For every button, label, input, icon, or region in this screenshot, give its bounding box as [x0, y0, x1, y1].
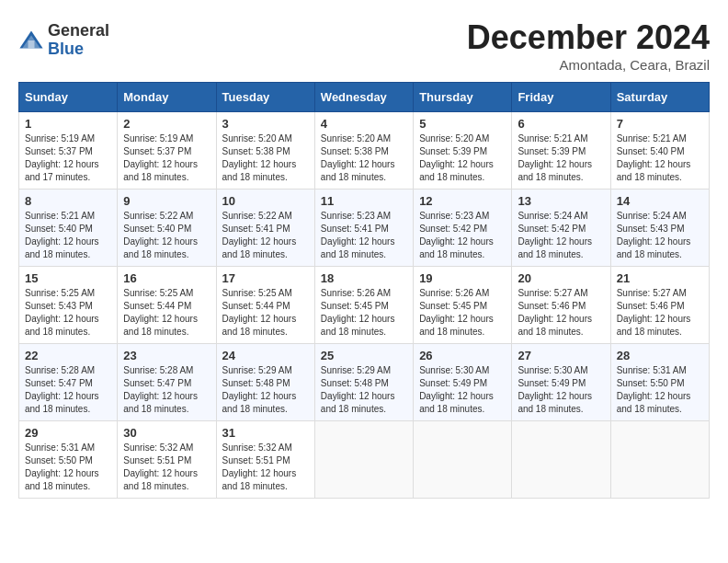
day-info: Sunrise: 5:24 AMSunset: 5:42 PMDaylight:…	[518, 211, 592, 259]
day-info: Sunrise: 5:26 AMSunset: 5:45 PMDaylight:…	[321, 288, 395, 337]
day-cell: 24 Sunrise: 5:29 AMSunset: 5:48 PMDaylig…	[216, 344, 314, 421]
header-saturday: Saturday	[610, 83, 709, 112]
logo-general-text: General	[48, 22, 109, 40]
day-info: Sunrise: 5:28 AMSunset: 5:47 PMDaylight:…	[25, 365, 99, 414]
day-info: Sunrise: 5:21 AMSunset: 5:40 PMDaylight:…	[25, 211, 99, 259]
logo-blue-text: Blue	[48, 40, 109, 59]
day-number: 11	[321, 194, 407, 208]
day-cell	[512, 421, 610, 499]
day-number: 16	[123, 271, 210, 285]
day-cell: 19 Sunrise: 5:26 AMSunset: 5:45 PMDaylig…	[414, 267, 512, 344]
day-cell: 9 Sunrise: 5:22 AMSunset: 5:40 PMDayligh…	[118, 190, 216, 267]
day-cell: 30 Sunrise: 5:32 AMSunset: 5:51 PMDaylig…	[118, 421, 216, 499]
day-cell: 29 Sunrise: 5:31 AMSunset: 5:50 PMDaylig…	[19, 421, 118, 499]
day-number: 30	[123, 426, 210, 440]
header-row: SundayMondayTuesdayWednesdayThursdayFrid…	[19, 83, 710, 112]
day-info: Sunrise: 5:27 AMSunset: 5:46 PMDaylight:…	[617, 288, 691, 337]
day-number: 5	[419, 117, 506, 131]
day-cell: 12 Sunrise: 5:23 AMSunset: 5:42 PMDaylig…	[414, 190, 512, 267]
week-row-1: 1 Sunrise: 5:19 AMSunset: 5:37 PMDayligh…	[19, 112, 710, 190]
day-cell: 4 Sunrise: 5:20 AMSunset: 5:38 PMDayligh…	[314, 112, 413, 190]
day-number: 4	[321, 117, 407, 131]
day-number: 2	[123, 117, 210, 131]
day-cell: 22 Sunrise: 5:28 AMSunset: 5:47 PMDaylig…	[19, 344, 118, 421]
day-info: Sunrise: 5:30 AMSunset: 5:49 PMDaylight:…	[419, 365, 494, 414]
day-number: 9	[123, 194, 210, 208]
day-cell: 20 Sunrise: 5:27 AMSunset: 5:46 PMDaylig…	[512, 267, 610, 344]
day-number: 15	[25, 271, 111, 285]
day-number: 8	[25, 194, 111, 208]
header-wednesday: Wednesday	[314, 83, 413, 112]
day-cell	[610, 421, 709, 499]
page-header: General Blue December 2024 Amontada, Cea…	[18, 18, 710, 73]
day-cell: 16 Sunrise: 5:25 AMSunset: 5:44 PMDaylig…	[118, 267, 216, 344]
week-row-2: 8 Sunrise: 5:21 AMSunset: 5:40 PMDayligh…	[19, 190, 710, 267]
day-number: 7	[617, 117, 703, 131]
title-section: December 2024 Amontada, Ceara, Brazil	[467, 18, 710, 73]
day-info: Sunrise: 5:20 AMSunset: 5:38 PMDaylight:…	[222, 133, 297, 182]
day-number: 3	[222, 117, 309, 131]
day-number: 22	[25, 349, 111, 362]
day-info: Sunrise: 5:22 AMSunset: 5:41 PMDaylight:…	[222, 211, 297, 259]
day-cell	[314, 421, 413, 499]
day-info: Sunrise: 5:25 AMSunset: 5:43 PMDaylight:…	[25, 288, 99, 337]
day-cell: 25 Sunrise: 5:29 AMSunset: 5:48 PMDaylig…	[314, 344, 413, 421]
day-cell: 17 Sunrise: 5:25 AMSunset: 5:44 PMDaylig…	[216, 267, 314, 344]
week-row-4: 22 Sunrise: 5:28 AMSunset: 5:47 PMDaylig…	[19, 344, 710, 421]
day-number: 12	[419, 194, 506, 208]
day-info: Sunrise: 5:21 AMSunset: 5:39 PMDaylight:…	[518, 133, 592, 182]
day-number: 21	[617, 271, 703, 285]
day-info: Sunrise: 5:28 AMSunset: 5:47 PMDaylight:…	[123, 365, 198, 414]
day-number: 17	[222, 271, 309, 285]
day-info: Sunrise: 5:24 AMSunset: 5:43 PMDaylight:…	[617, 211, 691, 259]
day-info: Sunrise: 5:30 AMSunset: 5:49 PMDaylight:…	[518, 365, 592, 414]
day-info: Sunrise: 5:25 AMSunset: 5:44 PMDaylight:…	[123, 288, 198, 337]
day-cell: 27 Sunrise: 5:30 AMSunset: 5:49 PMDaylig…	[512, 344, 610, 421]
header-thursday: Thursday	[414, 83, 512, 112]
day-number: 25	[321, 349, 407, 362]
day-number: 19	[419, 271, 506, 285]
day-cell: 10 Sunrise: 5:22 AMSunset: 5:41 PMDaylig…	[216, 190, 314, 267]
day-cell	[414, 421, 512, 499]
day-number: 10	[222, 194, 309, 208]
day-info: Sunrise: 5:25 AMSunset: 5:44 PMDaylight:…	[222, 288, 297, 337]
day-number: 27	[518, 349, 604, 362]
day-number: 14	[617, 194, 703, 208]
day-number: 28	[617, 349, 703, 362]
day-number: 6	[518, 117, 604, 131]
day-info: Sunrise: 5:26 AMSunset: 5:45 PMDaylight:…	[419, 288, 494, 337]
day-cell: 28 Sunrise: 5:31 AMSunset: 5:50 PMDaylig…	[610, 344, 709, 421]
day-cell: 11 Sunrise: 5:23 AMSunset: 5:41 PMDaylig…	[314, 190, 413, 267]
day-number: 13	[518, 194, 604, 208]
day-cell: 31 Sunrise: 5:32 AMSunset: 5:51 PMDaylig…	[216, 421, 314, 499]
day-cell: 6 Sunrise: 5:21 AMSunset: 5:39 PMDayligh…	[512, 112, 610, 190]
day-info: Sunrise: 5:19 AMSunset: 5:37 PMDaylight:…	[25, 133, 99, 182]
day-number: 24	[222, 349, 309, 362]
day-number: 18	[321, 271, 407, 285]
day-cell: 21 Sunrise: 5:27 AMSunset: 5:46 PMDaylig…	[610, 267, 709, 344]
day-number: 31	[222, 426, 309, 440]
day-info: Sunrise: 5:20 AMSunset: 5:38 PMDaylight:…	[321, 133, 395, 182]
day-info: Sunrise: 5:20 AMSunset: 5:39 PMDaylight:…	[419, 133, 494, 182]
header-monday: Monday	[118, 83, 216, 112]
day-number: 1	[25, 117, 111, 131]
day-info: Sunrise: 5:19 AMSunset: 5:37 PMDaylight:…	[123, 133, 198, 182]
day-cell: 13 Sunrise: 5:24 AMSunset: 5:42 PMDaylig…	[512, 190, 610, 267]
day-cell: 8 Sunrise: 5:21 AMSunset: 5:40 PMDayligh…	[19, 190, 118, 267]
day-cell: 18 Sunrise: 5:26 AMSunset: 5:45 PMDaylig…	[314, 267, 413, 344]
month-title: December 2024	[467, 18, 710, 57]
day-info: Sunrise: 5:23 AMSunset: 5:42 PMDaylight:…	[419, 211, 494, 259]
header-tuesday: Tuesday	[216, 83, 314, 112]
day-info: Sunrise: 5:23 AMSunset: 5:41 PMDaylight:…	[321, 211, 395, 259]
day-info: Sunrise: 5:29 AMSunset: 5:48 PMDaylight:…	[222, 365, 297, 414]
day-cell: 1 Sunrise: 5:19 AMSunset: 5:37 PMDayligh…	[19, 112, 118, 190]
logo-icon	[18, 28, 44, 53]
day-number: 26	[419, 349, 506, 362]
day-info: Sunrise: 5:32 AMSunset: 5:51 PMDaylight:…	[222, 442, 297, 491]
header-friday: Friday	[512, 83, 610, 112]
day-info: Sunrise: 5:31 AMSunset: 5:50 PMDaylight:…	[617, 365, 691, 414]
day-cell: 14 Sunrise: 5:24 AMSunset: 5:43 PMDaylig…	[610, 190, 709, 267]
day-cell: 15 Sunrise: 5:25 AMSunset: 5:43 PMDaylig…	[19, 267, 118, 344]
day-info: Sunrise: 5:29 AMSunset: 5:48 PMDaylight:…	[321, 365, 395, 414]
day-info: Sunrise: 5:22 AMSunset: 5:40 PMDaylight:…	[123, 211, 198, 259]
